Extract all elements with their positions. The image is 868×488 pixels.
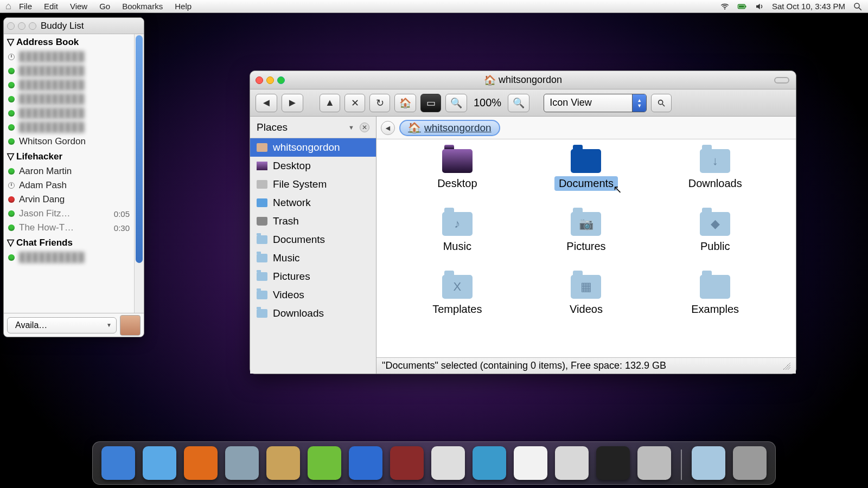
dock-pidgin-icon[interactable] bbox=[308, 446, 341, 480]
dock-settings-icon[interactable] bbox=[637, 446, 671, 480]
folder-downloads[interactable]: ↓Downloads bbox=[684, 149, 746, 209]
menu-view[interactable]: View bbox=[70, 2, 87, 11]
fm-pill-button[interactable] bbox=[774, 77, 789, 84]
breadcrumb[interactable]: 🏠 whitsongordon bbox=[399, 120, 500, 136]
dock-terminal-icon[interactable] bbox=[596, 446, 630, 480]
dock-textedit-icon[interactable] bbox=[514, 446, 547, 480]
dock-finder-icon[interactable] bbox=[143, 446, 176, 480]
self-avatar[interactable] bbox=[120, 315, 141, 336]
buddy-contact[interactable]: Adam Pash bbox=[4, 178, 134, 192]
buddy-titlebar[interactable]: Buddy List bbox=[4, 18, 144, 34]
folder-videos[interactable]: ▦Videos bbox=[565, 275, 607, 335]
buddy-contact[interactable]: ██████████ bbox=[4, 50, 134, 64]
spotlight-icon[interactable] bbox=[853, 1, 863, 11]
home-button[interactable]: 🏠 bbox=[394, 94, 416, 112]
path-back-button[interactable]: ◄ bbox=[381, 121, 395, 135]
buddy-contact[interactable]: ██████████ bbox=[4, 78, 134, 92]
menu-go[interactable]: Go bbox=[99, 2, 110, 11]
folder-desktop[interactable]: Desktop bbox=[433, 149, 481, 209]
buddy-contact[interactable]: Aaron Martin bbox=[4, 164, 134, 178]
item-label: Desktop bbox=[433, 176, 481, 191]
dock bbox=[92, 441, 776, 485]
folder-public[interactable]: ◆Public bbox=[696, 212, 734, 272]
dock-firefox-icon[interactable] bbox=[184, 446, 218, 480]
buddy-contact[interactable]: ██████████ bbox=[4, 120, 134, 134]
sidebar-place-downloads[interactable]: Downloads bbox=[250, 304, 376, 323]
battery-icon[interactable] bbox=[737, 1, 747, 11]
folder-examples[interactable]: Examples bbox=[687, 275, 743, 335]
computer-button[interactable]: ▭ bbox=[420, 94, 441, 112]
wifi-icon[interactable] bbox=[720, 1, 730, 11]
fm-close-button[interactable] bbox=[256, 76, 263, 84]
menu-file[interactable]: File bbox=[19, 2, 32, 11]
dock-photobooth-icon[interactable] bbox=[390, 446, 424, 480]
nav-up-button[interactable]: ▲ bbox=[320, 94, 340, 112]
menu-help[interactable]: Help bbox=[175, 2, 192, 11]
view-mode-selector[interactable]: Icon View ▲▼ bbox=[544, 94, 647, 112]
sidebar-place-desktop[interactable]: Desktop bbox=[250, 157, 376, 175]
folder-icon bbox=[257, 254, 267, 262]
apple-menu-icon[interactable]: ⌂ bbox=[5, 1, 11, 12]
nav-back-button[interactable]: ◄ bbox=[256, 94, 277, 112]
contact-name: Arvin Dang bbox=[19, 194, 65, 205]
sidebar-header[interactable]: Places ▼ ✕ bbox=[250, 117, 376, 138]
dock-separator bbox=[681, 450, 682, 480]
buddy-group-header[interactable]: ▽Address Book bbox=[4, 34, 134, 50]
dock-iphoto-icon[interactable] bbox=[431, 446, 465, 480]
menu-edit[interactable]: Edit bbox=[44, 2, 58, 11]
item-label: Downloads bbox=[684, 176, 746, 191]
folder-documents[interactable]: Documents bbox=[554, 149, 618, 209]
icon-grid[interactable]: DesktopDocuments↓Downloads♪Music📷Picture… bbox=[376, 139, 796, 357]
status-selector[interactable]: Availa… ▼ bbox=[7, 317, 117, 333]
buddy-contact[interactable]: Whitson Gordon bbox=[4, 134, 134, 149]
folder-pictures[interactable]: 📷Pictures bbox=[562, 212, 610, 272]
resize-grip-icon[interactable] bbox=[783, 362, 790, 370]
stop-button[interactable]: ✕ bbox=[344, 94, 365, 112]
folder-templates[interactable]: XTemplates bbox=[428, 275, 486, 335]
sidebar-place-whitsongordon[interactable]: whitsongordon bbox=[250, 138, 376, 157]
sidebar-place-file-system[interactable]: File System bbox=[250, 175, 376, 194]
buddy-scroll-thumb[interactable] bbox=[136, 35, 143, 263]
zoom-in-button[interactable]: 🔍 bbox=[508, 94, 529, 112]
fm-zoom-button[interactable] bbox=[277, 76, 285, 84]
volume-icon[interactable] bbox=[755, 1, 764, 11]
dock-pidgin-bird-icon[interactable] bbox=[266, 446, 300, 480]
nav-forward-button[interactable]: ► bbox=[282, 94, 303, 112]
dock-trash-icon[interactable] bbox=[733, 446, 767, 480]
sidebar-place-documents[interactable]: Documents bbox=[250, 230, 376, 249]
buddy-contact[interactable]: The How-T…0:30 bbox=[4, 221, 134, 235]
reload-button[interactable]: ↻ bbox=[369, 94, 390, 112]
dock-feather-icon[interactable] bbox=[473, 446, 506, 480]
buddy-contact[interactable]: Arvin Dang bbox=[4, 192, 134, 207]
dock-chrome-icon[interactable] bbox=[225, 446, 259, 480]
folder-music[interactable]: ♪Music bbox=[439, 212, 476, 272]
dock-itunes-icon[interactable] bbox=[349, 446, 382, 480]
buddy-contact[interactable]: ██████████ bbox=[4, 106, 134, 120]
place-label: File System bbox=[273, 178, 327, 190]
sidebar-place-network[interactable]: Network bbox=[250, 194, 376, 212]
buddy-minimize-button[interactable] bbox=[18, 22, 25, 30]
buddy-scrollbar[interactable] bbox=[134, 34, 144, 313]
fm-titlebar[interactable]: 🏠 whitsongordon bbox=[250, 71, 796, 89]
sidebar-place-videos[interactable]: Videos bbox=[250, 286, 376, 304]
sidebar-close-button[interactable]: ✕ bbox=[360, 123, 369, 132]
fm-minimize-button[interactable] bbox=[266, 76, 274, 84]
sidebar-place-music[interactable]: Music bbox=[250, 249, 376, 267]
dock-folder-icon[interactable] bbox=[692, 446, 725, 480]
dock-calculator-icon[interactable] bbox=[555, 446, 589, 480]
buddy-contact[interactable]: Jason Fitz…0:05 bbox=[4, 207, 134, 221]
buddy-contact[interactable]: ██████████ bbox=[4, 64, 134, 78]
buddy-group-header[interactable]: ▽Lifehacker bbox=[4, 149, 134, 164]
buddy-contact[interactable]: ██████████ bbox=[4, 251, 134, 265]
sidebar-place-pictures[interactable]: Pictures bbox=[250, 267, 376, 286]
dock-anchor-icon[interactable] bbox=[101, 446, 135, 480]
buddy-close-button[interactable] bbox=[7, 22, 15, 30]
buddy-contact[interactable]: ██████████ bbox=[4, 92, 134, 106]
sidebar-place-trash[interactable]: Trash bbox=[250, 212, 376, 230]
search-button[interactable] bbox=[651, 94, 672, 112]
buddy-zoom-button[interactable] bbox=[29, 22, 36, 30]
clock[interactable]: Sat Oct 10, 3:43 PM bbox=[772, 2, 845, 11]
zoom-out-button[interactable]: 🔍 bbox=[445, 94, 467, 112]
buddy-group-header[interactable]: ▽Chat Friends bbox=[4, 235, 134, 251]
menu-bookmarks[interactable]: Bookmarks bbox=[122, 2, 163, 11]
